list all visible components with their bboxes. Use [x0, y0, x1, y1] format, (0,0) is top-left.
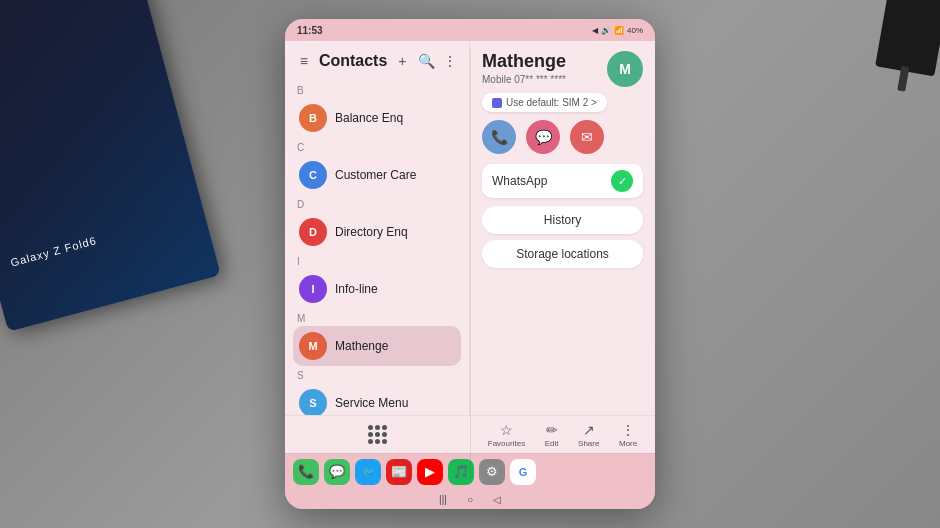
- avatar-balance-enq: B: [299, 104, 327, 132]
- storage-locations-button[interactable]: Storage locations: [482, 240, 643, 268]
- search-contacts-icon[interactable]: 🔍: [417, 49, 435, 73]
- network-icon: 📶: [614, 26, 624, 35]
- email-button[interactable]: ✉: [570, 120, 604, 154]
- edit-label: Edit: [545, 439, 559, 448]
- favourites-label: Favourites: [488, 439, 525, 448]
- section-label-b: B: [293, 81, 461, 98]
- nav-bar: ||| ○ ◁: [285, 489, 655, 509]
- sim-dot: [492, 98, 502, 108]
- contact-item-directory-enq[interactable]: D Directory Enq: [293, 212, 461, 252]
- menu-icon[interactable]: ≡: [295, 49, 313, 73]
- more-contacts-icon[interactable]: ⋮: [441, 49, 459, 73]
- sim-label: Use default: SIM 2 >: [506, 97, 597, 108]
- phone-frame: 11:53 ◀ 🔊 📶 40% ≡ Contacts + 🔍 ⋮ B B: [285, 19, 655, 509]
- message-button[interactable]: 💬: [526, 120, 560, 154]
- contact-item-mathenge[interactable]: M Mathenge: [293, 326, 461, 366]
- contacts-title: Contacts: [319, 52, 387, 70]
- contact-name-service-menu: Service Menu: [335, 396, 408, 410]
- more-icon: ⋮: [621, 422, 635, 438]
- avatar-mathenge: M: [299, 332, 327, 360]
- detail-avatar: M: [607, 51, 643, 87]
- contact-name-customer-care: Customer Care: [335, 168, 416, 182]
- app-settings[interactable]: ⚙: [479, 459, 505, 485]
- contact-name-balance-enq: Balance Enq: [335, 111, 403, 125]
- battery-icon: 40%: [627, 26, 643, 35]
- contacts-pane: ≡ Contacts + 🔍 ⋮ B B Balance Enq C C Cus…: [285, 41, 470, 415]
- whatsapp-icon: ✓: [611, 170, 633, 192]
- edit-icon: ✏: [546, 422, 558, 438]
- app-youtube[interactable]: ▶: [417, 459, 443, 485]
- contact-name-info-line: Info-line: [335, 282, 378, 296]
- toolbar-right: ☆ Favourites ✏ Edit ↗ Share ⋮ More: [470, 422, 655, 448]
- favourites-button[interactable]: ☆ Favourites: [488, 422, 525, 448]
- edit-button[interactable]: ✏ Edit: [545, 422, 559, 448]
- toolbar-apps-area: [285, 425, 470, 444]
- detail-mobile: Mobile 07** *** ****: [482, 74, 566, 85]
- app-spotify[interactable]: 🎵: [448, 459, 474, 485]
- app-phone[interactable]: 📞: [293, 459, 319, 485]
- detail-name: Mathenge: [482, 51, 566, 72]
- section-label-i: I: [293, 252, 461, 269]
- contact-name-mathenge: Mathenge: [335, 339, 388, 353]
- contact-item-balance-enq[interactable]: B Balance Enq: [293, 98, 461, 138]
- section-label-c: C: [293, 138, 461, 155]
- section-label-m: M: [293, 309, 461, 326]
- app-flipboard[interactable]: 📰: [386, 459, 412, 485]
- contact-item-service-menu[interactable]: S Service Menu: [293, 383, 461, 415]
- contacts-header: ≡ Contacts + 🔍 ⋮: [285, 41, 469, 81]
- avatar-directory-enq: D: [299, 218, 327, 246]
- share-label: Share: [578, 439, 599, 448]
- more-button[interactable]: ⋮ More: [619, 422, 637, 448]
- avatar-info-line: I: [299, 275, 327, 303]
- contact-item-info-line[interactable]: I Info-line: [293, 269, 461, 309]
- more-label: More: [619, 439, 637, 448]
- app-google[interactable]: G: [510, 459, 536, 485]
- nav-back[interactable]: ◁: [493, 494, 501, 505]
- main-content: ≡ Contacts + 🔍 ⋮ B B Balance Enq C C Cus…: [285, 41, 655, 415]
- contact-item-customer-care[interactable]: C Customer Care: [293, 155, 461, 195]
- nav-home[interactable]: ○: [467, 494, 473, 505]
- detail-info: Mathenge Mobile 07** *** ****: [482, 51, 566, 85]
- status-bar: 11:53 ◀ 🔊 📶 40%: [285, 19, 655, 41]
- section-label-s: S: [293, 366, 461, 383]
- whatsapp-label: WhatsApp: [492, 174, 547, 188]
- contact-name-directory-enq: Directory Enq: [335, 225, 408, 239]
- wifi-icon: 🔊: [601, 26, 611, 35]
- app-icons-row: 📞 💬 🐦 📰 ▶ 🎵 ⚙ G: [285, 453, 655, 489]
- sim-selector[interactable]: Use default: SIM 2 >: [482, 93, 607, 112]
- detail-pane: Mathenge Mobile 07** *** **** M Use defa…: [470, 41, 655, 415]
- app-messages[interactable]: 💬: [324, 459, 350, 485]
- detail-header: Mathenge Mobile 07** *** **** M: [482, 51, 643, 87]
- share-icon: ↗: [583, 422, 595, 438]
- status-icons: ◀ 🔊 📶 40%: [592, 26, 643, 35]
- avatar-service-menu: S: [299, 389, 327, 415]
- share-button[interactable]: ↗ Share: [578, 422, 599, 448]
- add-contact-icon[interactable]: +: [393, 49, 411, 73]
- history-button[interactable]: History: [482, 206, 643, 234]
- whatsapp-row[interactable]: WhatsApp ✓: [482, 164, 643, 198]
- status-time: 11:53: [297, 25, 323, 36]
- charger: [875, 0, 940, 76]
- call-button[interactable]: 📞: [482, 120, 516, 154]
- section-label-d: D: [293, 195, 461, 212]
- action-icons: 📞 💬 ✉: [482, 120, 643, 154]
- app-twitter[interactable]: 🐦: [355, 459, 381, 485]
- signal-icon: ◀: [592, 26, 598, 35]
- apps-grid-icon[interactable]: [368, 425, 387, 444]
- nav-recent[interactable]: |||: [439, 494, 447, 505]
- contacts-list: B B Balance Enq C C Customer Care D D Di…: [285, 81, 469, 415]
- bottom-toolbar: ☆ Favourites ✏ Edit ↗ Share ⋮ More: [285, 415, 655, 453]
- avatar-customer-care: C: [299, 161, 327, 189]
- favourites-icon: ☆: [500, 422, 513, 438]
